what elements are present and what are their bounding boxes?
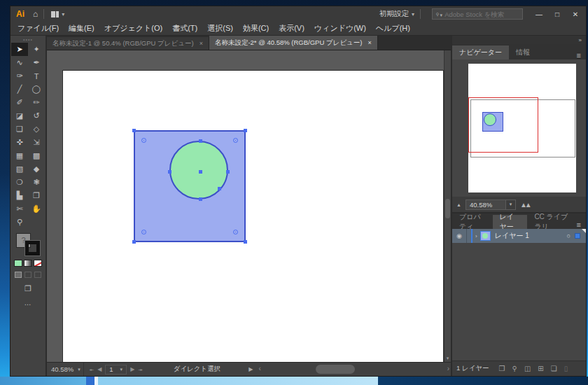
menu-effect[interactable]: 効果(C)	[243, 23, 269, 34]
width-tool[interactable]: ◇	[28, 122, 45, 136]
symbol-sprayer-tool[interactable]: ❃	[28, 176, 45, 189]
corner-widget-icon[interactable]	[141, 230, 146, 234]
anchor-point[interactable]	[218, 187, 221, 190]
layer-row[interactable]: ◉ › レイヤー 1 ○	[452, 229, 586, 243]
tools-panel-grip[interactable]: ••••	[23, 37, 33, 43]
shape-builder-tool[interactable]: ❍	[11, 176, 28, 189]
new-sublayer-icon[interactable]: ⊞	[538, 365, 543, 372]
fill-stroke-control[interactable]: ?	[16, 233, 40, 255]
stroke-color-swatch[interactable]	[25, 241, 40, 255]
panel-menu-icon[interactable]: ≡	[577, 51, 586, 59]
home-icon[interactable]: ⌂	[33, 9, 38, 19]
artboard[interactable]	[62, 70, 444, 362]
tab-layers[interactable]: レイヤー	[493, 215, 528, 229]
magic-wand-tool[interactable]: ✦	[28, 43, 45, 56]
anchor-point[interactable]	[132, 129, 136, 132]
green-circle-shape[interactable]	[169, 141, 228, 200]
corner-widget-icon[interactable]	[233, 230, 238, 234]
anchor-point[interactable]	[226, 170, 230, 174]
menu-file[interactable]: ファイル(F)	[18, 23, 59, 34]
horizontal-scrollbar-thumb[interactable]	[316, 365, 355, 374]
layer-name[interactable]: レイヤー 1	[495, 231, 529, 241]
selection-tool[interactable]: ➤	[11, 43, 28, 56]
collect-for-export-icon[interactable]: ❐	[499, 365, 505, 372]
color-swatch-button[interactable]	[14, 260, 22, 267]
tab-close-icon[interactable]: ×	[200, 40, 203, 47]
anchor-point[interactable]	[199, 139, 202, 143]
eyedropper-tool[interactable]: ◆	[28, 162, 45, 176]
menu-window[interactable]: ウィンドウ(W)	[314, 23, 366, 34]
free-transform-tool[interactable]: ⇲	[28, 136, 45, 149]
navigator-canvas-preview[interactable]	[468, 64, 576, 192]
scale-tool[interactable]: ❏	[11, 122, 28, 136]
perspective-grid-tool[interactable]: ▦	[11, 149, 28, 162]
document-tab-2[interactable]: 名称未設定-2* @ 40.58% (RGB/GPU プレビュー) ×	[209, 36, 378, 50]
layer-thumbnail[interactable]	[480, 231, 491, 241]
tab-close-icon[interactable]: ×	[368, 39, 372, 46]
pen-tool[interactable]: ✒	[28, 56, 45, 69]
edit-toolbar-button[interactable]: …	[24, 299, 32, 307]
anchor-point[interactable]	[132, 240, 136, 244]
last-artboard-button[interactable]: ⯮	[138, 366, 142, 373]
ellipse-tool[interactable]: ◯	[28, 83, 45, 96]
draw-normal-mode-button[interactable]	[15, 272, 22, 278]
scroll-down-icon[interactable]: ▾	[444, 356, 451, 361]
collapse-panels-icon[interactable]: »	[579, 37, 582, 43]
graph-tool[interactable]: ▙	[11, 189, 28, 202]
document-tab-1[interactable]: 名称未設定-1 @ 50.4% (RGB/GPU プレビュー) ×	[47, 37, 209, 50]
make-clipping-mask-icon[interactable]: ◫	[524, 365, 531, 372]
zoom-out-icon[interactable]: ▲	[456, 202, 461, 207]
navigator-view-proxy[interactable]	[468, 97, 538, 153]
panel-menu-icon[interactable]: ≡	[577, 220, 586, 229]
pencil-tool[interactable]: ✏	[28, 96, 45, 109]
menu-object[interactable]: オブジェクト(O)	[104, 23, 162, 34]
artboard-number-select[interactable]: 1 ▾	[105, 365, 127, 374]
puppet-warp-tool[interactable]: ✜	[11, 136, 28, 149]
canvas-viewport[interactable]: ▾	[47, 50, 451, 362]
scroll-right-icon[interactable]: ›	[447, 365, 449, 372]
zoom-tool[interactable]: ⚲	[11, 216, 28, 229]
workspace-switcher[interactable]: 初期設定	[379, 9, 409, 19]
corner-widget-icon[interactable]	[141, 138, 146, 143]
anchor-point[interactable]	[168, 170, 172, 174]
blue-square-shape[interactable]	[134, 130, 246, 242]
artboard-chevron-icon[interactable]: ▾	[120, 367, 123, 372]
zoom-in-icon[interactable]: ▲▲	[520, 201, 530, 209]
draw-behind-mode-button[interactable]	[24, 272, 31, 278]
next-artboard-button[interactable]: ▶	[130, 366, 134, 372]
zoom-chevron-icon[interactable]: ▾	[78, 367, 80, 372]
zoom-level-control[interactable]: 40.58% ▾	[47, 363, 84, 376]
search-input[interactable]	[444, 10, 519, 18]
anchor-point[interactable]	[244, 129, 247, 132]
gradient-swatch-button[interactable]	[24, 260, 32, 267]
center-point[interactable]	[199, 170, 202, 174]
screen-mode-button[interactable]: ❐	[24, 284, 31, 293]
menu-edit[interactable]: 編集(E)	[69, 23, 94, 34]
type-tool[interactable]: T	[28, 69, 45, 83]
artboard-tool[interactable]: ❐	[28, 189, 45, 202]
close-button[interactable]: ✕	[568, 8, 583, 20]
visibility-eye-icon[interactable]: ◉	[452, 232, 466, 239]
tab-properties[interactable]: プロパティ	[452, 215, 493, 229]
minimize-button[interactable]: —	[531, 8, 547, 20]
mesh-tool[interactable]: ▩	[28, 149, 45, 162]
vertical-scrollbar[interactable]: ▾	[444, 50, 451, 362]
adobe-stock-search[interactable]: ⌕ ▾	[432, 8, 523, 20]
slice-tool[interactable]: ✄	[11, 202, 28, 216]
rotate-tool[interactable]: ↺	[28, 109, 45, 122]
anchor-point[interactable]	[199, 197, 202, 201]
status-flyout-icon[interactable]: ▶	[248, 366, 253, 372]
anchor-point[interactable]	[244, 240, 247, 244]
tab-navigator[interactable]: ナビゲーター	[452, 46, 509, 59]
expand-chevron-icon[interactable]: ›	[475, 233, 477, 239]
vertical-scrollbar-thumb[interactable]	[445, 199, 450, 218]
curvature-tool[interactable]: ✑	[11, 69, 28, 83]
workspace-chevron-icon[interactable]: ▾	[412, 11, 414, 18]
menu-help[interactable]: ヘルプ(H)	[376, 23, 410, 34]
tab-cc-libraries[interactable]: CC ライブラリ	[527, 215, 576, 229]
line-segment-tool[interactable]: ╱	[11, 83, 28, 96]
arrange-documents-chevron-icon[interactable]: ▾	[62, 11, 64, 18]
first-artboard-button[interactable]: ⯬	[90, 366, 94, 373]
delete-layer-icon[interactable]: ▯	[564, 365, 568, 372]
scroll-left-icon[interactable]: ‹	[258, 365, 260, 372]
